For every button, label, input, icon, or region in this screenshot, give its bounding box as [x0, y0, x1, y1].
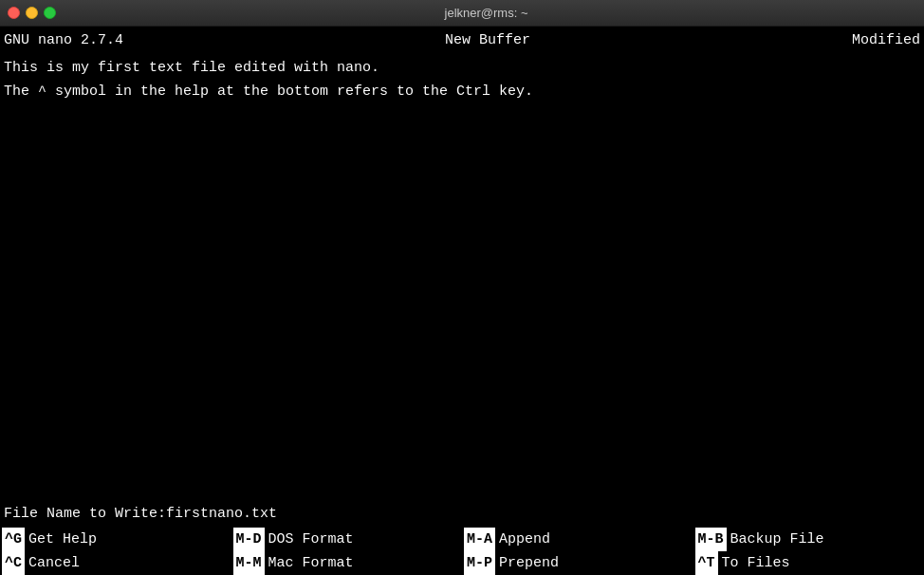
shortcut-key: M-B: [695, 528, 727, 551]
shortcut-key: M-P: [464, 551, 495, 575]
shortcut-key: M-M: [233, 551, 265, 575]
shortcut-key: M-A: [464, 528, 495, 551]
filename-prompt: File Name to Write: firstnano.txt: [0, 500, 924, 528]
shortcut-key: ^C: [2, 551, 25, 575]
window-title: jelkner@rms: ~: [56, 6, 916, 20]
filename-label: File Name to Write:: [4, 502, 166, 526]
shortcut-label: Backup File: [727, 528, 824, 551]
window-controls[interactable]: [8, 7, 56, 19]
shortcut-item[interactable]: M-PPrepend: [462, 551, 693, 575]
shortcut-label: DOS Format: [265, 528, 354, 551]
shortcut-item[interactable]: ^TTo Files: [693, 551, 925, 575]
shortcut-label: Mac Format: [265, 551, 354, 575]
filename-input[interactable]: firstnano.txt: [166, 502, 277, 526]
shortcut-row-1: ^GGet HelpM-DDOS FormatM-AAppendM-BBacku…: [0, 528, 924, 551]
shortcut-key: ^T: [695, 551, 718, 575]
shortcut-item[interactable]: M-AAppend: [462, 528, 693, 551]
terminal: GNU nano 2.7.4 New Buffer Modified This …: [0, 27, 924, 575]
shortcut-label: Get Help: [25, 528, 97, 551]
shortcut-key: M-D: [233, 528, 265, 551]
minimize-button[interactable]: [26, 7, 38, 19]
shortcut-label: Append: [495, 528, 550, 551]
editor-content[interactable]: This is my first text file edited with n…: [0, 54, 924, 500]
shortcut-label: To Files: [718, 551, 790, 575]
shortcut-item[interactable]: M-DDOS Format: [231, 528, 463, 551]
editor-line: The ^ symbol in the help at the bottom r…: [4, 80, 920, 103]
editor-line: This is my first text file edited with n…: [4, 56, 920, 80]
maximize-button[interactable]: [44, 7, 56, 19]
shortcut-item[interactable]: ^CCancel: [0, 551, 231, 575]
shortcut-item[interactable]: M-BBackup File: [693, 528, 925, 551]
nano-modified-status: Modified: [852, 28, 920, 52]
shortcut-item[interactable]: ^GGet Help: [0, 528, 231, 551]
shortcuts-bar: ^GGet HelpM-DDOS FormatM-AAppendM-BBacku…: [0, 528, 924, 575]
nano-header: GNU nano 2.7.4 New Buffer Modified: [0, 27, 924, 54]
shortcut-row-2: ^CCancelM-MMac FormatM-PPrepend^TTo File…: [0, 551, 924, 575]
nano-buffer-title: New Buffer: [445, 28, 530, 52]
titlebar: jelkner@rms: ~: [0, 0, 924, 27]
shortcut-label: Cancel: [25, 551, 80, 575]
shortcut-label: Prepend: [495, 551, 559, 575]
shortcut-item[interactable]: M-MMac Format: [231, 551, 463, 575]
shortcut-key: ^G: [2, 528, 25, 551]
nano-version: GNU nano 2.7.4: [4, 28, 123, 52]
close-button[interactable]: [8, 7, 20, 19]
